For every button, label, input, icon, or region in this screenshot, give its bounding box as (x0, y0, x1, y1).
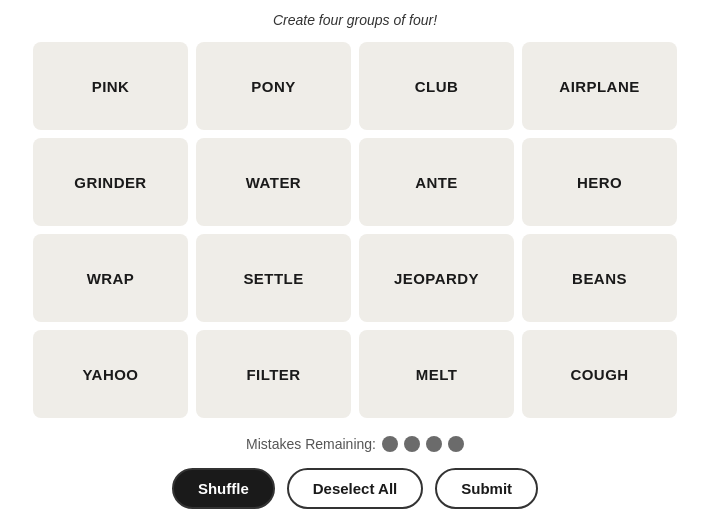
buttons-row: Shuffle Deselect All Submit (172, 468, 538, 509)
deselect-all-button[interactable]: Deselect All (287, 468, 424, 509)
tile-jeopardy[interactable]: JEOPARDY (359, 234, 514, 322)
shuffle-button[interactable]: Shuffle (172, 468, 275, 509)
tile-airplane[interactable]: AIRPLANE (522, 42, 677, 130)
tile-pink[interactable]: PINK (33, 42, 188, 130)
mistakes-label: Mistakes Remaining: (246, 436, 376, 452)
tile-wrap[interactable]: WRAP (33, 234, 188, 322)
tile-melt[interactable]: MELT (359, 330, 514, 418)
tile-cough[interactable]: COUGH (522, 330, 677, 418)
tile-beans[interactable]: BEANS (522, 234, 677, 322)
tile-hero[interactable]: HERO (522, 138, 677, 226)
mistake-dot-1 (382, 436, 398, 452)
instruction-text: Create four groups of four! (273, 12, 437, 28)
tile-club[interactable]: CLUB (359, 42, 514, 130)
mistakes-row: Mistakes Remaining: (246, 436, 464, 452)
submit-button[interactable]: Submit (435, 468, 538, 509)
tile-yahoo[interactable]: YAHOO (33, 330, 188, 418)
mistake-dot-4 (448, 436, 464, 452)
tile-filter[interactable]: FILTER (196, 330, 351, 418)
tile-water[interactable]: WATER (196, 138, 351, 226)
tile-pony[interactable]: PONY (196, 42, 351, 130)
tile-settle[interactable]: SETTLE (196, 234, 351, 322)
tile-ante[interactable]: ANTE (359, 138, 514, 226)
mistake-dot-2 (404, 436, 420, 452)
tile-grid: PINKPONYCLUBAIRPLANEGRINDERWATERANTEHERO… (33, 42, 677, 418)
mistake-dot-3 (426, 436, 442, 452)
tile-grinder[interactable]: GRINDER (33, 138, 188, 226)
